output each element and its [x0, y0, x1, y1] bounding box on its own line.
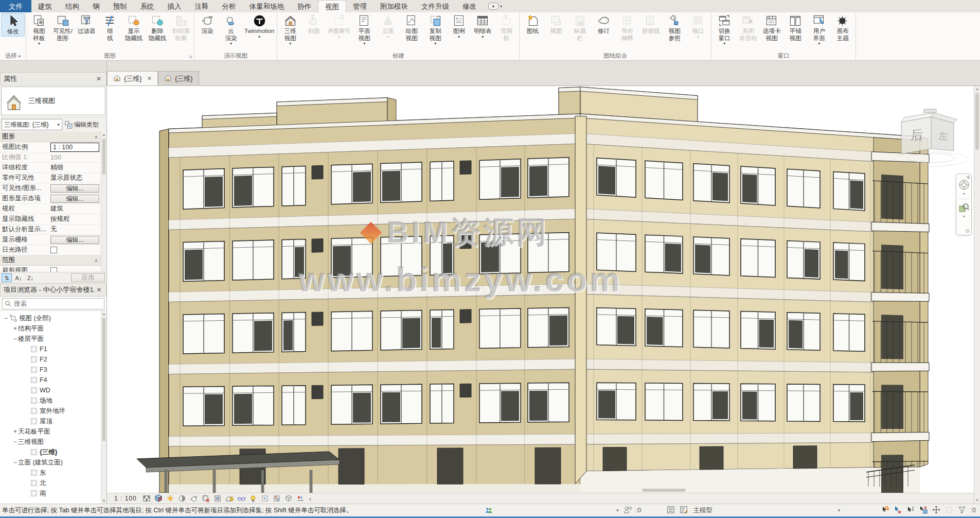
view-templates-button[interactable]: 视图样板▾ — [27, 13, 51, 46]
worksets-dialog-icon[interactable] — [667, 506, 675, 515]
ribbon-tab-结构[interactable]: 结构 — [59, 0, 86, 12]
design-options-caret-icon[interactable]: ▾ — [616, 508, 619, 513]
tree-item[interactable]: 北 — [0, 478, 101, 488]
active-workset[interactable]: 主模型 — [693, 506, 713, 515]
vertical-scrollbar[interactable]: ▲ ▼ — [974, 86, 980, 504]
close-icon[interactable]: ✕ — [147, 75, 152, 82]
shadows-icon[interactable] — [178, 494, 186, 503]
user-interface-button[interactable]: 用户界面▾ — [807, 13, 831, 46]
drag-elements-on-selection-icon[interactable] — [932, 506, 940, 515]
show-crop-region-icon[interactable] — [213, 494, 222, 503]
view-tab-0[interactable]: {三维}✕ — [107, 71, 158, 85]
twinmotion-button[interactable]: Twinmotion▾ — [243, 13, 276, 40]
thin-lines-button[interactable]: 细线 — [98, 13, 122, 42]
tree-expander[interactable]: + — [12, 325, 18, 332]
detail-level-icon[interactable] — [142, 494, 151, 503]
crop-view-icon[interactable] — [202, 494, 210, 503]
scroll-down-icon[interactable]: ▼ — [101, 498, 106, 504]
tree-item[interactable]: +结构平面 — [0, 323, 101, 334]
properties-scrollbar[interactable]: ▲ — [101, 132, 106, 272]
ribbon-tab-管理[interactable]: 管理 — [346, 0, 373, 12]
ribbon-collapse-toggle[interactable]: ▲▾ — [483, 0, 507, 12]
tree-expander[interactable]: − — [3, 315, 9, 322]
select-elements-by-face-icon[interactable] — [919, 506, 928, 515]
3d-view-button[interactable]: 三维视图▾ — [278, 13, 302, 46]
browser-scrollbar[interactable]: ▲ ▼ — [101, 311, 106, 504]
instance-selector[interactable]: 三维视图: {三维} ▾ — [2, 119, 62, 130]
visual-style-icon[interactable] — [154, 494, 163, 503]
scroll-up-icon[interactable]: ▲ — [101, 311, 106, 317]
canvas-theme-button[interactable]: 画布主题 — [831, 13, 854, 42]
tree-expander[interactable]: − — [12, 459, 18, 466]
select-pinned-elements-icon[interactable] — [906, 506, 915, 515]
tree-expander[interactable]: − — [12, 438, 18, 445]
ribbon-tab-系统[interactable]: 系统 — [134, 0, 161, 12]
scroll-up-icon[interactable]: ▲ — [101, 132, 106, 137]
highlight-displacement-sets-icon[interactable] — [284, 494, 293, 503]
edit-button[interactable]: 编辑... — [50, 195, 99, 203]
tile-views-button[interactable]: 平铺视图 — [783, 13, 807, 42]
reveal-hidden-elements-icon[interactable] — [249, 494, 257, 503]
schedules-button[interactable]: 明细表▾ — [471, 13, 494, 40]
ribbon-tab-附加模块[interactable]: 附加模块 — [373, 0, 415, 12]
edit-button[interactable]: 编辑... — [50, 236, 99, 244]
worksets-edit-icon[interactable] — [680, 506, 688, 515]
ribbon-tab-体量和场地[interactable]: 体量和场地 — [243, 0, 291, 12]
apply-button[interactable]: 应用 — [71, 273, 105, 282]
editing-requests-icon[interactable] — [623, 506, 632, 515]
edit-button[interactable]: 编辑... — [50, 184, 99, 193]
tree-item[interactable]: 屋顶 — [0, 416, 101, 426]
collapse-arrow-icon[interactable]: ‹ — [309, 495, 311, 503]
tree-item[interactable]: +天花板平面 — [0, 426, 101, 437]
sort-ascending-button[interactable]: A↓ — [13, 273, 24, 282]
drawing-area[interactable]: BIM资源网 www.bimzyw.com 后 左 — [107, 86, 974, 504]
property-value-input[interactable]: 1 : 100 — [50, 143, 99, 152]
select-links-icon[interactable] — [881, 506, 889, 515]
ribbon-tab-钢[interactable]: 钢 — [86, 0, 106, 12]
dialog-launcher-icon[interactable]: ⇘ — [188, 53, 192, 61]
view-scale[interactable]: 1 : 100 — [114, 495, 137, 502]
tree-item[interactable]: F2 — [0, 354, 101, 365]
ribbon-tab-建筑[interactable]: 建筑 — [31, 0, 59, 12]
duplicate-view-button[interactable]: 复制视图▾ — [423, 13, 447, 46]
show-analytical-model-icon[interactable] — [273, 494, 281, 503]
viewcube-top-handle[interactable] — [924, 109, 936, 113]
type-selector[interactable]: 三维视图 — [1, 87, 105, 115]
legends-button[interactable]: 图例▾ — [447, 13, 471, 40]
property-section[interactable]: 范围∧ — [0, 255, 101, 266]
remove-hidden-lines-button[interactable]: 删除隐藏线 — [146, 13, 169, 42]
property-value[interactable]: 显示原状态 — [49, 174, 101, 182]
tree-item[interactable]: F3 — [0, 365, 101, 375]
sun-path-icon[interactable] — [166, 494, 174, 503]
scroll-thumb[interactable] — [975, 93, 979, 150]
ribbon-tab-修改[interactable]: 修改 — [456, 0, 483, 12]
reveal-constraints-icon[interactable] — [296, 494, 305, 503]
ribbon-tab-视图[interactable]: 视图 — [318, 0, 346, 12]
tree-item[interactable]: −楼层平面 — [0, 334, 101, 344]
search-input[interactable] — [14, 300, 102, 307]
property-value[interactable]: 精细 — [49, 163, 101, 172]
ribbon-tab-文件升级[interactable]: 文件升级 — [415, 0, 456, 12]
tree-item[interactable]: 场地 — [0, 395, 101, 406]
switch-windows-button[interactable]: 切换窗口▾ — [712, 13, 736, 46]
tree-item[interactable]: −视图 (全部) — [0, 313, 101, 323]
sort-descending-button[interactable]: Z↓ — [25, 273, 35, 282]
close-icon[interactable]: ✕ — [95, 286, 103, 293]
zoom-tool-icon[interactable] — [958, 202, 970, 213]
select-underlay-elements-icon[interactable] — [894, 506, 902, 515]
collapse-chevron-icon[interactable]: ∧ — [94, 258, 99, 263]
ribbon-tab-分析[interactable]: 分析 — [216, 0, 243, 12]
tree-item[interactable]: {三维} — [0, 447, 101, 457]
collaboration-status-icon[interactable] — [485, 506, 493, 514]
render-icon[interactable] — [190, 494, 198, 503]
file-menu-button[interactable]: 文件 — [0, 0, 31, 12]
tree-item[interactable]: WD — [0, 385, 101, 395]
ribbon-tab-预制[interactable]: 预制 — [106, 0, 134, 12]
collapse-chevron-icon[interactable]: ∧ — [94, 134, 99, 140]
tree-item[interactable]: F4 — [0, 375, 101, 385]
tree-expander[interactable]: − — [12, 335, 18, 342]
workset-caret-icon[interactable]: ▾ — [838, 508, 840, 513]
scroll-down-icon[interactable]: ▼ — [974, 497, 980, 504]
visibility-graphics-button[interactable]: 可见性/图形 — [51, 13, 75, 42]
sort-default-button[interactable]: ⇅ — [2, 273, 12, 282]
